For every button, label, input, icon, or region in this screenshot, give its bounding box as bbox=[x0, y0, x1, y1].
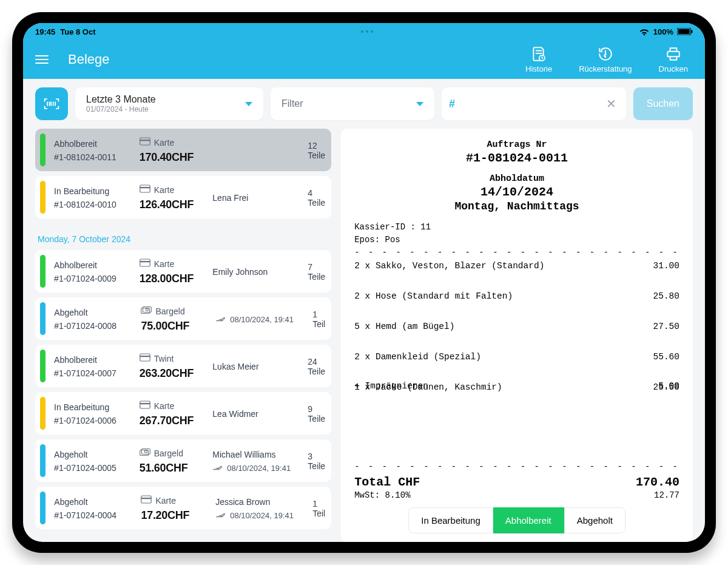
status-stripe bbox=[40, 444, 46, 477]
card-icon bbox=[140, 184, 150, 195]
order-row[interactable]: In Bearbeitung#1-071024-0006Karte267.70C… bbox=[35, 392, 331, 435]
order-row[interactable]: Abgeholt#1-071024-0005Bargeld51.60CHFMic… bbox=[35, 439, 331, 482]
customer-name: Lea Widmer bbox=[212, 409, 293, 419]
clear-search-button[interactable]: ✕ bbox=[604, 96, 619, 111]
date-range-label: Letzte 3 Monate bbox=[86, 94, 156, 105]
receipt-total-label: Total CHF bbox=[354, 475, 420, 489]
receipt-pickup-label: Abholdatum bbox=[354, 174, 679, 184]
card-icon bbox=[140, 401, 150, 411]
tablet-frame: 19:45 Tue 8 Oct 100% Belege bbox=[12, 12, 716, 553]
wifi-icon bbox=[639, 27, 650, 36]
order-list[interactable]: Abholbereit#1-081024-0011Karte170.40CHF1… bbox=[35, 129, 331, 542]
receipt-status-buttons: In Bearbeitung Abholbereit Abgeholt bbox=[354, 507, 679, 533]
order-amount: 128.00CHF bbox=[140, 272, 198, 285]
order-id: #1-081024-0011 bbox=[54, 152, 125, 162]
barcode-scan-button[interactable] bbox=[35, 87, 68, 120]
history-button[interactable]: Historie bbox=[525, 46, 552, 73]
print-button[interactable]: Drucken bbox=[659, 46, 688, 73]
history-label: Historie bbox=[525, 64, 552, 73]
status-stripe bbox=[40, 492, 46, 524]
order-id: #1-071024-0008 bbox=[54, 321, 126, 331]
receipt-line-desc: + Imprägnieren bbox=[354, 381, 428, 391]
receipt-line-price: 5.00 bbox=[658, 381, 679, 391]
order-id: #1-071024-0004 bbox=[54, 510, 126, 520]
filter-select[interactable]: Filter bbox=[271, 87, 434, 120]
receipt-vat-value: 12.77 bbox=[654, 490, 679, 500]
svg-rect-14 bbox=[140, 356, 150, 357]
svg-rect-7 bbox=[140, 187, 150, 188]
search-button-label: Suchen bbox=[647, 98, 679, 109]
order-status: Abgeholt bbox=[54, 308, 126, 317]
status-stripe bbox=[40, 397, 46, 430]
pieces-count: 12 Teile bbox=[308, 141, 325, 160]
status-bar: 19:45 Tue 8 Oct 100% bbox=[23, 23, 705, 40]
header-actions: Historie Rückerstattung Drucken bbox=[525, 46, 693, 73]
receipt-divider: - - - - - - - - - - - - - - - - - - - - … bbox=[354, 461, 679, 473]
status-stripe bbox=[40, 134, 46, 166]
status-btn-ready[interactable]: Abholbereit bbox=[493, 507, 564, 533]
menu-button[interactable] bbox=[35, 55, 55, 64]
card-icon bbox=[140, 353, 150, 364]
receipt-cashier: Kassier-ID : 11 bbox=[354, 221, 679, 234]
cash-icon bbox=[141, 306, 152, 316]
hand-icon bbox=[215, 510, 226, 521]
pickup-timestamp: 08/10/2024, 19:41 bbox=[212, 463, 293, 473]
customer-name: Jessica Brown bbox=[215, 497, 298, 507]
order-status: In Bearbeitung bbox=[54, 186, 125, 196]
filter-label: Filter bbox=[281, 98, 303, 109]
status-btn-in-progress[interactable]: In Bearbeitung bbox=[408, 507, 493, 533]
payment-method: Karte bbox=[141, 495, 201, 506]
search-box: # ✕ bbox=[442, 87, 626, 120]
payment-method: Karte bbox=[140, 259, 198, 269]
order-id: #1-071024-0007 bbox=[54, 368, 125, 378]
receipt-total-value: 170.40 bbox=[636, 475, 679, 489]
page-title: Belege bbox=[68, 52, 110, 67]
svg-rect-13 bbox=[140, 354, 150, 361]
date-range-sub: 01/07/2024 - Heute bbox=[86, 105, 156, 113]
order-row[interactable]: Abgeholt#1-071024-0008Bargeld75.00CHF08/… bbox=[35, 297, 331, 340]
receipt-pickup-date: 14/10/2024 bbox=[354, 185, 679, 199]
pieces-count: 9 Teile bbox=[308, 404, 325, 424]
order-row[interactable]: Abholbereit#1-071024-0007Twint263.20CHFL… bbox=[35, 345, 331, 387]
order-amount: 267.70CHF bbox=[140, 414, 198, 427]
hand-icon bbox=[212, 463, 223, 473]
refund-label: Rückerstattung bbox=[579, 64, 632, 73]
payment-method: Karte bbox=[140, 137, 198, 147]
payment-method: Bargeld bbox=[140, 448, 198, 458]
svg-rect-1 bbox=[678, 29, 690, 35]
order-status: Abholbereit bbox=[54, 139, 125, 149]
pieces-count: 4 Teile bbox=[308, 188, 325, 208]
receipt-line: 2 x Hose (Standard mit Falten)25.80 bbox=[354, 289, 679, 303]
order-row[interactable]: Abholbereit#1-071024-0009Karte128.00CHFE… bbox=[35, 250, 331, 293]
status-stripe bbox=[40, 350, 46, 382]
receipt-line-desc: 2 x Sakko, Veston, Blazer (Standard) bbox=[354, 261, 544, 271]
status-stripe bbox=[40, 181, 46, 214]
pieces-count: 3 Teile bbox=[308, 452, 325, 471]
refund-button[interactable]: Rückerstattung bbox=[579, 46, 632, 73]
pieces-count: 1 Teil bbox=[312, 310, 325, 329]
receipt-line-desc: 2 x Damenkleid (Spezial) bbox=[354, 352, 481, 362]
hand-icon bbox=[215, 314, 226, 325]
chevron-down-icon bbox=[416, 102, 423, 106]
date-range-select[interactable]: Letzte 3 Monate 01/07/2024 - Heute bbox=[75, 87, 263, 120]
screen: 19:45 Tue 8 Oct 100% Belege bbox=[23, 23, 705, 542]
search-input[interactable] bbox=[460, 98, 599, 109]
status-date: Tue 8 Oct bbox=[60, 27, 95, 36]
order-row[interactable]: In Bearbeitung#1-081024-0010Karte126.40C… bbox=[35, 176, 331, 218]
search-button[interactable]: Suchen bbox=[633, 87, 693, 120]
receipt-panel: Auftrags Nr #1-081024-0011 Abholdatum 14… bbox=[341, 129, 693, 542]
order-row[interactable]: Abholbereit#1-081024-0011Karte170.40CHF1… bbox=[35, 129, 331, 171]
card-icon bbox=[140, 137, 150, 147]
order-row[interactable]: Abgeholt#1-071024-0004Karte17.20CHFJessi… bbox=[35, 487, 331, 529]
chevron-down-icon bbox=[245, 102, 252, 106]
receipt-line-price: 27.50 bbox=[653, 322, 679, 331]
status-battery-percent: 100% bbox=[653, 27, 673, 36]
svg-rect-16 bbox=[140, 403, 150, 404]
receipt-epos: Epos: Pos bbox=[354, 234, 679, 246]
status-btn-picked-up[interactable]: Abgeholt bbox=[564, 507, 625, 533]
customer-name: Lena Frei bbox=[212, 193, 293, 203]
order-id: #1-071024-0005 bbox=[54, 463, 125, 473]
order-amount: 263.20CHF bbox=[140, 367, 198, 380]
customer-name: Michael Williams bbox=[212, 450, 293, 459]
order-id: #1-081024-0010 bbox=[54, 200, 125, 209]
